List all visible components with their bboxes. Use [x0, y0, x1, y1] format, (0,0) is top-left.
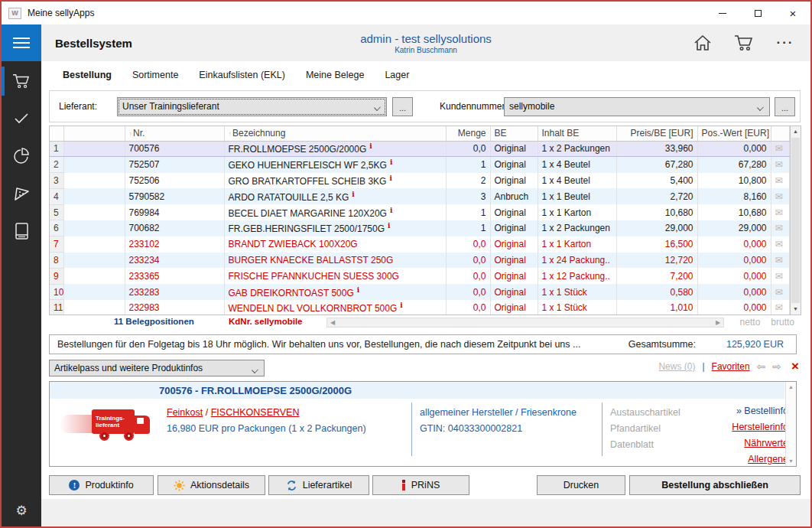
scroll-right-icon[interactable]: ▶ — [713, 318, 723, 327]
envelope-icon[interactable]: ✉ — [775, 287, 783, 298]
news-link[interactable]: News (0) — [658, 361, 695, 372]
product-nav-link[interactable]: » Bestellinfo — [696, 403, 788, 419]
prev-arrow-icon[interactable]: ⇦ — [757, 362, 766, 371]
sidebar-item-statistics[interactable] — [2, 139, 41, 174]
scrollbar-thumb[interactable] — [791, 138, 800, 303]
table-row[interactable]: 8233234BURGER KNAECKE BALLASTST 250G0,0O… — [50, 253, 789, 269]
hamburger-menu-button[interactable] — [2, 24, 41, 61]
sidebar-cart-icon — [12, 73, 31, 90]
product-nav-link[interactable]: Herstellerinfo — [696, 419, 788, 435]
col-preis[interactable]: Preis/BE [EUR] — [616, 126, 697, 141]
article-info-icon[interactable]: i — [357, 286, 359, 294]
scroll-up-icon[interactable]: ▲ — [786, 384, 796, 389]
lieferartikel-button[interactable]: Lieferartikel — [268, 475, 369, 495]
table-row[interactable]: 3752506GRO BRATKARTOFFEL SCHEIB 3KGi2Ori… — [50, 173, 789, 189]
tab-einkaufslisten[interactable]: Einkaufslisten (EKL) — [199, 70, 285, 83]
table-row[interactable]: 5769984BECEL DIAET MARGARINE 120X20Gi1Or… — [50, 204, 789, 220]
col-inhalt[interactable]: Inhalt BE — [538, 126, 616, 141]
customer-select[interactable]: sellymobile — [504, 97, 770, 116]
envelope-icon[interactable]: ✉ — [775, 159, 783, 170]
netto-toggle[interactable]: netto — [740, 317, 761, 328]
article-info-icon[interactable]: i — [390, 158, 392, 166]
positions-count: 11 Belegpositionen — [114, 317, 194, 326]
envelope-icon[interactable]: ✉ — [775, 175, 783, 186]
col-menge[interactable]: Menge — [446, 126, 490, 141]
next-arrow-icon[interactable]: ⇨ — [772, 362, 781, 371]
cart-button[interactable] — [734, 34, 754, 52]
produktinfo-button[interactable]: ! Produktinfo — [49, 475, 154, 495]
scroll-down-icon[interactable]: ▼ — [791, 304, 801, 315]
scroll-left-icon[interactable]: ◀ — [327, 318, 338, 327]
sidebar-item-aktionen[interactable] — [2, 176, 41, 211]
more-menu-button[interactable]: ··· — [775, 34, 795, 52]
table-row[interactable]: 1700576FR.ROLLMOEPSE 2500G/2000Gi0,0Orig… — [50, 141, 789, 157]
envelope-icon[interactable]: ✉ — [775, 143, 783, 154]
panel-scrollbar[interactable]: ▲ ▼ — [785, 382, 796, 466]
envelope-icon[interactable]: ✉ — [775, 191, 783, 202]
customer-browse-button[interactable]: ... — [775, 97, 795, 116]
settings-button[interactable]: ⚙ — [2, 503, 41, 519]
cell-article-name: FR.ROLLMOEPSE 2500G/2000Gi — [224, 141, 446, 157]
article-info-icon[interactable]: i — [390, 207, 392, 214]
home-button[interactable] — [693, 34, 713, 52]
tab-sortimente[interactable]: Sortimente — [132, 70, 178, 83]
envelope-icon[interactable]: ✉ — [775, 255, 783, 266]
cell-flag — [63, 268, 125, 284]
col-index — [50, 126, 63, 141]
scroll-up-icon[interactable]: ▲ — [791, 126, 801, 137]
article-info-icon[interactable]: i — [369, 142, 372, 150]
prins-button[interactable]: PRiNS — [372, 475, 469, 495]
scroll-down-icon[interactable]: ▼ — [786, 458, 796, 464]
col-bezeichnung[interactable]: ↑Bezeichnung — [224, 126, 446, 141]
aktionsdetails-button[interactable]: Aktionsdetails — [158, 475, 265, 495]
envelope-icon[interactable]: ✉ — [775, 207, 783, 218]
sidebar-item-katalog[interactable] — [2, 213, 41, 249]
table-row[interactable]: 11232983WENDELN DKL VOLLKORNBROT 500Gi0,… — [50, 300, 789, 315]
envelope-icon[interactable]: ✉ — [775, 302, 783, 313]
tab-bestellung[interactable]: Bestellung — [63, 70, 112, 83]
col-be[interactable]: BE — [490, 126, 538, 141]
category-link[interactable]: Feinkost — [167, 407, 203, 418]
envelope-icon[interactable]: ✉ — [775, 239, 783, 249]
envelope-icon[interactable]: ✉ — [775, 271, 783, 282]
article-info-icon[interactable]: i — [388, 222, 390, 230]
article-info-icon[interactable]: i — [389, 174, 391, 182]
close-button[interactable]: × — [775, 2, 810, 24]
product-nav-link[interactable]: Nährwerte — [696, 435, 788, 451]
col-nr[interactable]: ↑Nr. — [125, 126, 224, 141]
article-info-icon[interactable]: i — [352, 191, 354, 198]
favorites-link[interactable]: Favoriten — [712, 361, 750, 372]
table-row[interactable]: 9233365FRISCHE PFANNKUCHEN SUESS 300G0,0… — [50, 268, 789, 284]
product-nav-link[interactable]: Allergene — [696, 451, 788, 467]
table-row[interactable]: 2752507GEKO HUEHNERFLEISCH WF 2,5KGi1Ori… — [50, 157, 789, 173]
col-wert[interactable]: Pos.-Wert [EUR] — [697, 126, 771, 141]
cell-row-number: 6 — [50, 220, 63, 236]
supplier-select[interactable]: Unser Trainingslieferant — [117, 97, 387, 116]
sidebar-item-bestellung[interactable] — [2, 64, 41, 99]
tab-lager[interactable]: Lager — [385, 70, 409, 83]
supplier-browse-button[interactable]: ... — [392, 97, 413, 116]
envelope-icon[interactable]: ✉ — [775, 223, 783, 233]
sidebar-item-check[interactable] — [2, 101, 41, 136]
subcategory-link[interactable]: FISCHKONSERVEN — [211, 407, 300, 418]
order-table: ↑Nr. ↑Bezeichnung Menge BE Inhalt BE Pre… — [49, 125, 790, 315]
table-row[interactable]: 10233283GAB DREIKORNTOAST 500Gi0,0Origin… — [50, 284, 789, 300]
bestellung-abschliessen-button[interactable]: Bestellung abschließen — [629, 475, 801, 495]
close-panel-icon[interactable]: × — [791, 362, 799, 371]
table-vertical-scrollbar[interactable]: ▲ ▼ — [790, 125, 801, 315]
customer-label: Kundennummer: — [440, 101, 508, 112]
chevron-down-icon — [252, 367, 258, 373]
maximize-button[interactable] — [740, 2, 775, 24]
table-row[interactable]: 7233102BRANDT ZWIEBACK 100X20G0,0Origina… — [50, 236, 789, 253]
table-horizontal-scrollbar[interactable]: ◀ ▶ — [326, 318, 724, 328]
drucken-button[interactable]: Drucken — [537, 475, 625, 495]
table-row[interactable]: 45790582ARDO RATATOUILLE 2,5 KGi3Anbruch… — [50, 188, 789, 204]
table-row[interactable]: 6700682FR.GEB.HERINGSFILET 2500/1750Gi1O… — [50, 220, 789, 236]
cell-content: 1 x 1 Stück — [538, 284, 616, 300]
article-info-icon[interactable]: i — [400, 301, 402, 309]
tab-meine-belege[interactable]: Meine Belege — [306, 70, 364, 83]
minimize-button[interactable] — [705, 2, 740, 24]
cell-article-name: FR.GEB.HERINGSFILET 2500/1750Gi — [224, 220, 446, 236]
info-view-select[interactable]: Artikelpass und weitere Produktinfos — [49, 360, 265, 376]
brutto-toggle[interactable]: brutto — [771, 317, 794, 328]
